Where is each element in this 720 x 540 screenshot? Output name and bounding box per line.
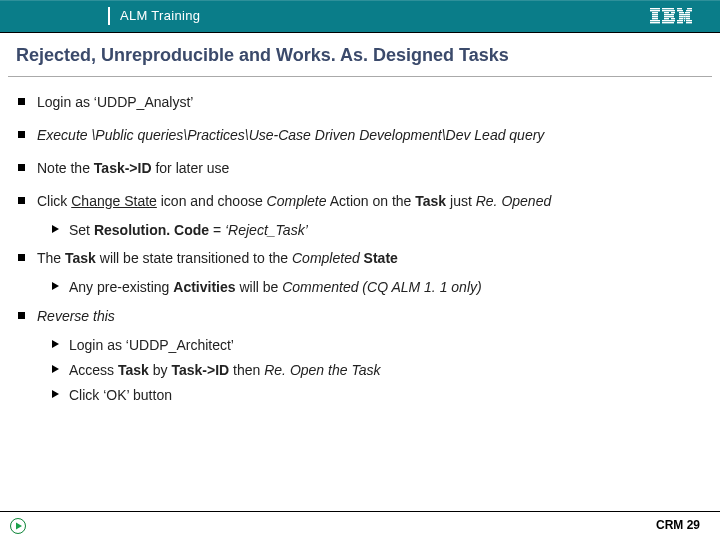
svg-rect-8	[662, 8, 674, 9]
sub-bullet-text: Click ‘OK’ button	[69, 386, 704, 405]
bullet-text: The Task will be state transitioned to t…	[37, 249, 704, 268]
arrow-bullet-icon	[52, 225, 59, 233]
svg-rect-15	[671, 18, 675, 19]
bullet-item: The Task will be state transitioned to t…	[16, 241, 704, 274]
svg-rect-20	[677, 10, 683, 11]
arrow-bullet-icon	[52, 282, 59, 290]
bullet-text: Login as ‘UDDP_Analyst’	[37, 93, 704, 112]
bullet-item: Click Change State icon and choose Compl…	[16, 184, 704, 217]
svg-rect-13	[664, 16, 674, 17]
svg-rect-2	[652, 12, 658, 13]
header-separator	[108, 7, 110, 25]
page-number: CRM 29	[656, 518, 700, 532]
svg-rect-34	[684, 18, 686, 19]
bullet-text: Click Change State icon and choose Compl…	[37, 192, 704, 211]
sub-bullet-text: Any pre-existing Activities will be Comm…	[69, 278, 704, 297]
svg-marker-38	[16, 523, 22, 530]
svg-rect-19	[687, 8, 692, 9]
svg-rect-7	[650, 22, 660, 23]
svg-rect-4	[652, 16, 658, 17]
svg-rect-32	[677, 22, 683, 23]
slide-body: Login as ‘UDDP_Analyst’Execute \Public q…	[0, 77, 720, 407]
svg-rect-11	[671, 12, 675, 13]
arrow-bullet-icon	[52, 340, 59, 348]
svg-rect-33	[686, 22, 692, 23]
bullet-item: Note the Task->ID for later use	[16, 151, 704, 184]
sub-bullet-item: Click ‘OK’ button	[52, 382, 704, 407]
svg-rect-6	[650, 20, 660, 21]
sub-bullet-item: Login as ‘UDDP_Architect’	[52, 332, 704, 357]
svg-rect-24	[679, 14, 690, 15]
svg-rect-5	[652, 18, 658, 19]
bullet-text: Reverse this	[37, 307, 704, 326]
ibm-logo-icon	[650, 8, 692, 24]
bullet-item: Execute \Public queries\Practices\Use-Ca…	[16, 118, 704, 151]
arrow-bullet-icon	[52, 365, 59, 373]
sub-bullet-text: Set Resolution. Code = ‘Reject_Task’	[69, 221, 704, 240]
svg-rect-26	[683, 16, 686, 17]
svg-rect-22	[679, 12, 684, 13]
svg-rect-9	[662, 10, 675, 11]
svg-rect-17	[662, 22, 674, 23]
svg-rect-23	[685, 12, 690, 13]
svg-rect-27	[686, 16, 690, 17]
sub-bullet-item: Access Task by Task->ID then Re. Open th…	[52, 357, 704, 382]
svg-rect-0	[650, 8, 660, 9]
svg-rect-16	[662, 20, 675, 21]
square-bullet-icon	[18, 312, 25, 319]
bullet-item: Login as ‘UDDP_Analyst’	[16, 85, 704, 118]
svg-rect-12	[664, 14, 674, 15]
footer: CRM 29	[0, 511, 720, 540]
slide-title: Rejected, Unreproducible and Works. As. …	[0, 33, 720, 76]
svg-rect-21	[686, 10, 692, 11]
bullet-text: Note the Task->ID for later use	[37, 159, 704, 178]
header-highlight	[0, 0, 720, 1]
svg-rect-3	[652, 14, 658, 15]
svg-rect-1	[650, 10, 660, 11]
header-band: ALM Training	[0, 0, 720, 32]
svg-rect-28	[679, 18, 683, 19]
square-bullet-icon	[18, 254, 25, 261]
svg-rect-25	[679, 16, 683, 17]
svg-rect-14	[664, 18, 669, 19]
square-bullet-icon	[18, 98, 25, 105]
sub-bullet-item: Set Resolution. Code = ‘Reject_Task’	[52, 217, 704, 242]
sub-bullet-text: Access Task by Task->ID then Re. Open th…	[69, 361, 704, 380]
bullet-item: Reverse this	[16, 299, 704, 332]
bullet-text: Execute \Public queries\Practices\Use-Ca…	[37, 126, 704, 145]
sub-bullet-text: Login as ‘UDDP_Architect’	[69, 336, 704, 355]
svg-rect-18	[677, 8, 682, 9]
svg-rect-10	[664, 12, 669, 13]
sub-bullet-item: Any pre-existing Activities will be Comm…	[52, 274, 704, 299]
svg-rect-31	[686, 20, 692, 21]
play-badge-icon	[10, 518, 26, 538]
svg-rect-35	[684, 20, 685, 21]
svg-rect-30	[677, 20, 683, 21]
arrow-bullet-icon	[52, 390, 59, 398]
course-title: ALM Training	[120, 0, 200, 32]
svg-rect-29	[686, 18, 690, 19]
square-bullet-icon	[18, 164, 25, 171]
square-bullet-icon	[18, 131, 25, 138]
square-bullet-icon	[18, 197, 25, 204]
